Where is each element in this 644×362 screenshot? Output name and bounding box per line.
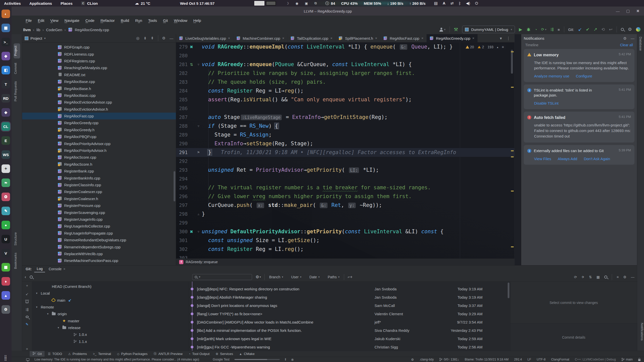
more-icon[interactable]: » [26, 347, 28, 351]
git-tab[interactable]: Console× [46, 265, 68, 273]
breadcrumb-item[interactable]: llvm [23, 28, 31, 32]
branch-item[interactable]: ▾ release [32, 324, 188, 331]
line-number[interactable]: 296 [176, 192, 188, 201]
notification-card[interactable]: Low memory 5:42 PM The IDE is running lo… [524, 49, 634, 82]
clang-tidy-widget[interactable]: .clang-tidy [419, 358, 434, 361]
line-number[interactable]: 283 [176, 78, 188, 86]
applications-menu[interactable]: Applications [29, 1, 52, 6]
menu-item[interactable]: Navigate [62, 18, 82, 23]
line-number[interactable]: 289 [176, 130, 188, 139]
line-number[interactable]: 290 [176, 139, 188, 148]
delete-branch-icon[interactable] [26, 301, 28, 303]
dock-app-icon[interactable]: ◈ [2, 108, 10, 117]
commit-row[interactable]: [clang][deps] NFC: Respect working direc… [188, 285, 510, 293]
build-hammer-icon[interactable]: ⚒ [454, 27, 458, 32]
branch-item[interactable]: ▾ Local [32, 290, 188, 297]
file-item[interactable]: RegAllocScore.h [22, 161, 176, 168]
code-line[interactable]: 298▵} [176, 210, 514, 218]
hide-notifications-icon[interactable]: — [631, 36, 634, 41]
history-icon[interactable]: ⟲ [601, 27, 605, 32]
tool-stripe-tab[interactable]: Pull Requests [14, 79, 20, 104]
tabs-kebab-icon[interactable]: ⋮ [506, 36, 510, 41]
git-tab[interactable]: Log [34, 265, 45, 273]
file-item[interactable]: RegisterPressure.cpp [22, 202, 176, 209]
code-line[interactable]: 290 ExtraInfo→setStage(Reg, Stage); [176, 139, 514, 148]
dock-app-icon[interactable]: U [2, 235, 10, 243]
file-item[interactable]: RegisterCoalescer.cpp [22, 188, 176, 195]
tool-stripe-tab-notifications[interactable]: Notifications [637, 323, 644, 341]
tool-window-tab[interactable]: ▲ CMake [236, 351, 257, 357]
override-marker-icon[interactable]: ✖ [188, 230, 195, 234]
workspace-1[interactable] [254, 1, 264, 6]
branch-item[interactable]: 1.1.x [32, 338, 188, 345]
breadcrumb-file[interactable]: RegAllocGreedy.cpp [75, 28, 109, 32]
file-item[interactable]: RegisterCoalescer.h [22, 195, 176, 202]
file-item[interactable]: RegAllocFast.cpp [22, 113, 176, 119]
commit-row[interactable]: [DAGCombiner] [AMDGPU] Allow vector load… [188, 318, 510, 326]
project-scrollbar[interactable] [174, 171, 175, 201]
close-tab-icon[interactable]: × [63, 267, 65, 271]
night-mode-tray-icon[interactable]: ☽ [286, 1, 289, 5]
branch-item[interactable]: ▾ Remote [32, 304, 188, 310]
sort-icon[interactable]: ⇅ [589, 275, 592, 279]
file-item[interactable]: RegAllocPBQP.cpp [22, 133, 176, 140]
editor-tab[interactable]: TailDuplication.cpp× [288, 34, 336, 42]
line-number[interactable]: 300 [176, 227, 188, 236]
net-up[interactable]: ↑ 260 B/s [409, 1, 425, 6]
file-item[interactable]: ReachingDefAnalysis.cpp [22, 64, 176, 71]
file-item[interactable]: RegisterBank.cpp [22, 168, 176, 174]
dock-app-icon[interactable]: ♦ [2, 277, 10, 286]
go-to-hash-icon[interactable]: ✈ [582, 275, 585, 279]
layout-icon[interactable]: ▦ [596, 275, 600, 279]
code-line[interactable]: 286 [176, 104, 514, 113]
line-number[interactable]: 281 [176, 60, 188, 69]
formatter-widget[interactable]: ClangFormat [551, 358, 569, 361]
find-branch-icon[interactable] [26, 316, 29, 318]
refresh-icon[interactable]: ⟳ [574, 275, 577, 279]
code-line[interactable]: 289 Stage = RS_Assign; [176, 130, 514, 139]
dock-app-icon[interactable]: ✎ [2, 207, 10, 215]
line-number[interactable]: 279 [176, 42, 188, 51]
commit-row[interactable]: [mlir][gpu] Fix GCC -Wparentheses warnin… [188, 343, 510, 351]
code-line[interactable]: 300✖▿unsigned DefaultPriorityAdvisor::ge… [176, 227, 514, 236]
menu-item[interactable]: Build [118, 18, 132, 23]
tool-window-tab[interactable]: ◇ Python Packages [114, 351, 150, 357]
problems-menu-icon[interactable]: ≡ [502, 45, 504, 49]
dock-app-icon[interactable]: WS [2, 150, 10, 159]
fold-marker-icon[interactable]: ▿ [195, 63, 202, 66]
git-update-icon[interactable]: ↙ [578, 27, 582, 32]
close-tab-icon[interactable]: × [228, 36, 230, 40]
profiler-icon[interactable]: ◔ [535, 27, 537, 32]
file-item[interactable]: RDFGraph.cpp [22, 44, 176, 51]
dock-app-icon[interactable]: ◐ [2, 10, 10, 18]
file-item[interactable]: RegisterClassInfo.cpp [22, 182, 176, 188]
branch-item[interactable]: ▾ origin [32, 310, 188, 317]
line-number[interactable]: 293 [176, 166, 188, 174]
fold-marker-icon[interactable]: ▵ [195, 212, 202, 216]
tabs-chevron-down-icon[interactable]: ▾ [500, 36, 502, 41]
line-number[interactable]: 291 [176, 148, 188, 157]
menu-item[interactable]: Tools [146, 18, 159, 23]
notification-action-link[interactable]: Always Add [558, 157, 577, 161]
menu-item[interactable]: Edit [35, 18, 47, 23]
menu-item[interactable]: Window [171, 18, 190, 23]
file-item[interactable]: RegAllocEvictionAdvisor.cpp [22, 99, 176, 106]
tool-stripe-tab-database[interactable]: Database [639, 37, 642, 51]
align-icon[interactable]: ≡ [617, 275, 619, 279]
dock-app-icon[interactable]: ◧ [2, 66, 10, 74]
rollback-icon[interactable]: ↩ [609, 27, 613, 32]
coverage-run[interactable]: ⟳▾ [541, 27, 546, 32]
maximize-icon[interactable]: ▢ [626, 9, 630, 13]
code-line[interactable]: 287 auto Stage:LiveRangeStage = ExtraInf… [176, 113, 514, 122]
dock-app-icon[interactable]: ▩ [2, 263, 10, 272]
menu-item[interactable]: File [23, 18, 34, 23]
file-item[interactable]: RDFRegisters.cpp [22, 58, 176, 64]
tool-window-tab[interactable]: Ⓐ ANTLR Preview [151, 351, 185, 357]
active-app-menu[interactable]: CCLion [81, 1, 98, 6]
log-filter-dropdown[interactable]: Branch▾ [268, 275, 284, 280]
notification-action-link[interactable]: Analyze memory use [534, 74, 569, 78]
log-settings-gear[interactable]: ⚙▾ [256, 275, 261, 279]
file-item[interactable]: RegAllocGreedy.h [22, 126, 176, 133]
file-item[interactable]: RemoveRedundantDebugValues.cpp [22, 237, 176, 243]
project-panel-title[interactable]: Project▾ [25, 36, 46, 40]
